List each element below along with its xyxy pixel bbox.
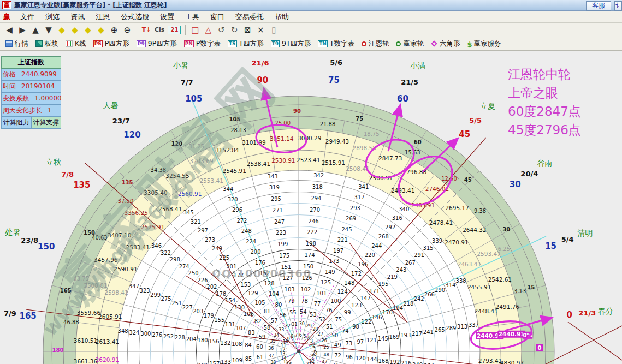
svg-text:241: 241 — [423, 329, 434, 335]
svg-text:149: 149 — [325, 269, 335, 275]
customer-service-button[interactable]: 客服 — [586, 1, 611, 11]
ribbon-item-板块[interactable]: 板块 — [35, 39, 58, 49]
pointer-up-icon[interactable]: ▲ — [31, 25, 40, 35]
ribbon-item-K线[interactable]: K线 — [66, 39, 86, 49]
menu-bar: 赢 文件浏览资讯江恩公式选股设置工具窗口交易委托帮助 — [0, 11, 622, 23]
svg-text:218: 218 — [403, 301, 413, 307]
svg-text:204: 204 — [186, 336, 197, 342]
svg-text:252: 252 — [163, 333, 174, 339]
svg-text:谷雨: 谷雨 — [537, 159, 552, 168]
svg-text:227: 227 — [182, 305, 193, 311]
svg-text:219: 219 — [387, 274, 398, 280]
svg-text:3610.51: 3610.51 — [74, 337, 97, 344]
svg-text:155: 155 — [214, 317, 224, 323]
zoom-in-icon[interactable]: ⊕ — [109, 25, 119, 35]
svg-text:274: 274 — [179, 264, 189, 270]
svg-text:59: 59 — [259, 334, 266, 340]
calendar-21-icon[interactable]: 21 — [168, 26, 181, 34]
triangle-tool-icon[interactable]: △ — [203, 25, 213, 35]
svg-text:75: 75 — [328, 75, 340, 85]
svg-text:243: 243 — [396, 267, 406, 273]
rotate-ccw-icon[interactable]: ↺ — [216, 25, 226, 35]
svg-text:251: 251 — [171, 300, 182, 306]
svg-text:247: 247 — [274, 219, 285, 225]
svg-text:大暑: 大暑 — [103, 101, 119, 110]
svg-text:61: 61 — [256, 354, 263, 360]
svg-text:240: 240 — [412, 362, 423, 364]
svg-text:4830.97: 4830.97 — [500, 360, 524, 364]
svg-text:5: 5 — [303, 334, 306, 339]
menu-item-设置[interactable]: 设置 — [156, 11, 179, 22]
pointer-down-icon[interactable]: ▼ — [44, 25, 54, 35]
ribbon-item-赢家服务[interactable]: $赢家服务 — [467, 39, 501, 49]
svg-text:82: 82 — [254, 318, 262, 324]
toolbar-separator — [137, 25, 137, 35]
svg-text:78: 78 — [301, 298, 308, 304]
svg-text:85: 85 — [245, 356, 252, 362]
scale-arrows-icon[interactable]: T↓ — [141, 25, 151, 35]
ribbon-item-六角形[interactable]: 六角形 — [431, 39, 460, 49]
shift-up-icon[interactable]: ◆ — [83, 25, 93, 35]
shift-left-icon[interactable]: ◆ — [57, 25, 67, 35]
svg-text:271: 271 — [273, 207, 283, 213]
ribbon-item-赢家轮[interactable]: 赢家轮 — [396, 39, 424, 49]
svg-text:25: 25 — [323, 345, 329, 350]
menu-item-交易委托[interactable]: 交易委托 — [231, 11, 268, 22]
svg-text:76: 76 — [325, 307, 333, 313]
back-icon[interactable]: ◀ — [4, 25, 14, 35]
menu-item-资讯[interactable]: 资讯 — [66, 11, 89, 22]
annotation-line: 60度2847点 — [508, 102, 581, 121]
annotation-line: 江恩轮中轮 — [508, 65, 581, 83]
rect-tool-icon[interactable]: □ — [190, 25, 200, 35]
svg-text:174: 174 — [304, 252, 315, 258]
panel-row: 价格=2440.9099 — [1, 69, 61, 81]
svg-text:298: 298 — [170, 256, 180, 262]
forward-icon[interactable]: ▶ — [17, 25, 27, 35]
zoom-out-icon[interactable]: ⊖ — [122, 25, 132, 35]
svg-text:立秋: 立秋 — [46, 158, 61, 166]
svg-text:342: 342 — [313, 172, 324, 178]
ribbon-item-label: 六角形 — [440, 39, 460, 49]
ribbon-item-T四方形[interactable]: TST四方形 — [228, 39, 264, 49]
svg-text:60: 60 — [414, 139, 422, 145]
menu-item-公式选股[interactable]: 公式选股 — [116, 11, 153, 22]
menu-item-窗口[interactable]: 窗口 — [206, 11, 229, 22]
ribbon-item-label: 9T四方形 — [282, 39, 311, 49]
watermark-qq: QQ:100800360 — [212, 267, 312, 279]
svg-text:180: 180 — [52, 347, 64, 353]
ribbon-item-P四方形[interactable]: PSP四方形 — [93, 39, 129, 49]
menu-item-浏览[interactable]: 浏览 — [41, 11, 64, 22]
计算阻力-button[interactable]: 计算阻力 — [1, 117, 32, 129]
rotate-cw-icon[interactable]: ↻ — [229, 25, 239, 35]
cls-button[interactable]: Cls — [155, 25, 164, 35]
ribbon-item-行情[interactable]: 行情 — [5, 39, 28, 49]
ribbon-item-P数字表[interactable]: PNP数字表 — [184, 39, 221, 49]
ribbon-item-江恩轮[interactable]: 江恩轮 — [362, 39, 389, 49]
menu-item-文件[interactable]: 文件 — [16, 11, 39, 22]
svg-text:2455.91: 2455.91 — [467, 284, 491, 290]
svg-text:2949.43: 2949.43 — [325, 138, 349, 145]
svg-text:176: 176 — [255, 260, 265, 266]
clear-icon[interactable]: ▯ — [269, 25, 279, 35]
svg-text:3661.36: 3661.36 — [74, 358, 98, 364]
计算支撑-button[interactable]: 计算支撑 — [32, 117, 62, 129]
svg-text:120: 120 — [356, 355, 366, 361]
ribbon-item-9P四方形[interactable]: P99P四方形 — [137, 39, 177, 49]
svg-text:101: 101 — [316, 290, 327, 296]
grid-box-icon[interactable]: ⊠ — [242, 25, 252, 35]
edge-partial-button[interactable]: 讠 — [614, 1, 622, 11]
ribbon-item-T数字表[interactable]: TNT数字表 — [318, 39, 354, 49]
svg-text:30: 30 — [502, 226, 510, 232]
shift-down-icon[interactable]: ◆ — [96, 25, 106, 35]
menu-item-帮助[interactable]: 帮助 — [270, 11, 293, 22]
svg-text:341: 341 — [358, 184, 369, 190]
shift-right-icon[interactable]: ◆ — [70, 25, 80, 35]
svg-text:49: 49 — [334, 342, 341, 348]
cross-icon[interactable]: × — [256, 25, 265, 35]
gann-wheel-chart-area[interactable]: 1234567891011121314151617181920212223242… — [0, 51, 622, 364]
svg-text:123: 123 — [351, 302, 362, 308]
menu-item-江恩[interactable]: 江恩 — [91, 11, 114, 22]
menu-item-工具[interactable]: 工具 — [181, 11, 204, 22]
svg-text:37: 37 — [268, 354, 274, 359]
ribbon-item-9T四方形[interactable]: T99T四方形 — [271, 39, 311, 49]
